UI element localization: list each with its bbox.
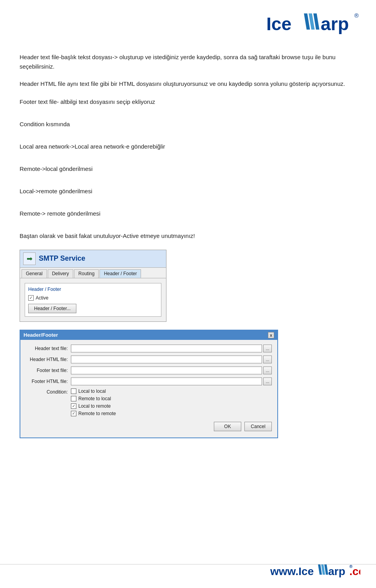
ok-button[interactable]: OK [214,422,241,431]
section-text: Footer text file- altbilgi text dosyasın… [20,96,356,242]
remote-to-local-label: Remote to local [78,396,111,401]
condition-remote-to-remote: ✓ Remote to remote [71,411,116,416]
line-remote-remote: Remote-> remote gönderilmesi [20,208,356,220]
header-footer-dialog: Header/Footer x Header text file: ... He… [20,330,278,438]
active-checkbox-row: ✓ Active [28,295,158,301]
header-text-file-input[interactable] [71,345,262,352]
bottom-icewarp-logo: www.Ice arp ® .com.tr [270,563,360,578]
header-html-file-input[interactable] [71,356,262,363]
svg-text:Ice: Ice [266,14,291,34]
local-to-remote-label: Local to remote [78,403,111,409]
header-html-file-label: Header HTML file: [26,357,71,362]
dialog-body: Header text file: ... Header HTML file: … [20,340,277,437]
conditions-list: Local to local Remote to local ✓ Local t… [71,388,116,416]
svg-text:arp: arp [328,565,345,577]
remote-to-local-checkbox[interactable] [71,396,76,401]
header-footer-button[interactable]: Header / Footer... [28,304,76,313]
svg-marker-7 [318,564,322,575]
smtp-titlebar: ➡ SMTP Service [20,250,166,268]
local-to-remote-checkbox[interactable]: ✓ [71,403,76,409]
tab-routing[interactable]: Routing [74,269,99,278]
svg-text:arp: arp [321,14,349,34]
local-to-local-label: Local to local [78,388,106,394]
smtp-tabs: General Delivery Routing Header / Footer [20,268,166,278]
header-text-file-browse[interactable]: ... [263,345,272,352]
line-local-local: Local area network->Local area network-e… [20,141,356,152]
svg-marker-8 [321,564,325,575]
dialog-footer-buttons: OK Cancel [26,422,272,433]
paragraph2: Header HTML file aynı text file gibi bir… [20,79,356,89]
smtp-title: SMTP Service [39,254,85,263]
footer-html-file-label: Footer HTML file: [26,379,71,384]
line-remote-local: Remote->local gönderilmesi [20,163,356,175]
active-checkbox[interactable]: ✓ [28,295,34,301]
line-active-reminder: Baştan olarak ve basit fakat unutuluyor-… [20,230,356,242]
line-local-remote: Local->remote gönderilmesi [20,186,356,197]
smtp-panel: Header / Footer ✓ Active Header / Footer… [25,283,161,317]
smtp-panel-title: Header / Footer [28,287,158,292]
condition-row: Condition: Local to local Remote to loca… [26,388,272,416]
active-label: Active [36,295,49,301]
smtp-service-box: ➡ SMTP Service General Delivery Routing … [20,250,166,322]
footer-text-file-browse[interactable]: ... [263,367,272,374]
logo-area: Ice arp ® [0,0,376,41]
header-html-file-browse[interactable]: ... [263,356,272,363]
condition-label: Condition: [26,388,71,395]
local-to-local-checkbox[interactable] [71,388,76,394]
svg-text:.com.tr: .com.tr [349,565,360,577]
svg-text:www.Ice: www.Ice [270,565,314,577]
remote-to-remote-checkbox[interactable]: ✓ [71,411,76,416]
tab-general[interactable]: General [22,269,47,278]
icewarp-logo: Ice arp ® [266,12,360,35]
tab-header-footer[interactable]: Header / Footer [99,269,141,278]
footer-text-file-input[interactable] [71,367,262,374]
condition-remote-to-local: Remote to local [71,396,116,401]
dialog-titlebar: Header/Footer x [20,330,277,340]
footer-text-file-row: Footer text file: ... [26,367,272,374]
line-footer-text: Footer text file- altbilgi text dosyasın… [20,96,356,108]
footer-html-file-input[interactable] [71,377,262,385]
main-content: Header text file-başlık tekst dosyası-> … [0,41,376,454]
dialog-title: Header/Footer [24,332,58,338]
header-html-file-row: Header HTML file: ... [26,356,272,363]
footer-html-file-browse[interactable]: ... [263,377,272,385]
bottom-logo: www.Ice arp ® .com.tr [270,563,360,580]
condition-local-to-local: Local to local [71,388,116,394]
line-condition: Condition kısmında [20,119,356,130]
footer-text-file-label: Footer text file: [26,368,71,373]
header-text-file-row: Header text file: ... [26,345,272,352]
cancel-button[interactable]: Cancel [244,422,272,431]
footer-html-file-row: Footer HTML file: ... [26,377,272,385]
paragraph1: Header text file-başlık tekst dosyası-> … [20,53,356,71]
header-text-file-label: Header text file: [26,346,71,351]
remote-to-remote-label: Remote to remote [78,411,116,416]
condition-local-to-remote: ✓ Local to remote [71,403,116,409]
dialog-close-button[interactable]: x [268,332,274,338]
smtp-icon: ➡ [23,252,36,265]
svg-marker-9 [324,564,328,575]
tab-delivery[interactable]: Delivery [48,269,73,278]
svg-text:®: ® [354,12,359,19]
